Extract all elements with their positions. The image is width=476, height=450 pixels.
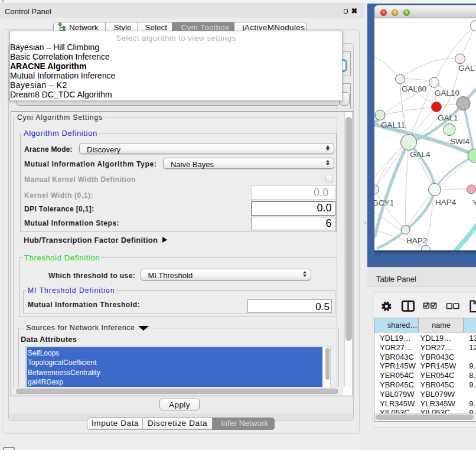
svg-text:GCY1: GCY1 bbox=[374, 198, 394, 207]
svg-text:GAL80: GAL80 bbox=[402, 84, 426, 93]
svg-text:SWI4: SWI4 bbox=[450, 137, 470, 146]
svg-text:GAL1: GAL1 bbox=[438, 113, 458, 122]
svg-text:GAL11: GAL11 bbox=[381, 120, 405, 129]
svg-text:GAL7: GAL7 bbox=[459, 64, 476, 73]
svg-text:Y: Y bbox=[472, 198, 476, 207]
svg-text:HAP4: HAP4 bbox=[435, 198, 457, 207]
svg-text:HAP2: HAP2 bbox=[406, 236, 427, 245]
svg-text:GAL10: GAL10 bbox=[435, 89, 459, 97]
svg-text:GAL4: GAL4 bbox=[410, 150, 431, 159]
